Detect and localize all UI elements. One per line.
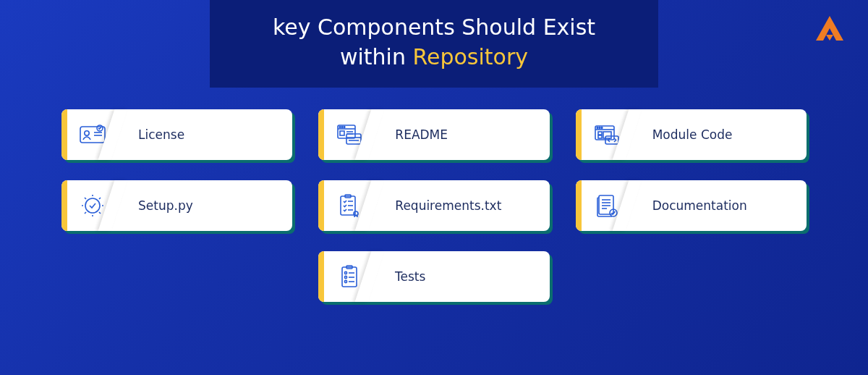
card-accent-stripe: [318, 180, 324, 231]
card-accent-stripe: [576, 180, 582, 231]
svg-point-44: [344, 280, 346, 282]
card-module-code: Module Code: [576, 109, 807, 160]
card-accent-stripe: [576, 109, 582, 160]
card-label: Module Code: [632, 109, 807, 160]
card-label: Tests: [375, 251, 550, 302]
card-accent-stripe: [318, 109, 324, 160]
svg-point-9: [344, 127, 345, 128]
svg-point-19: [599, 127, 600, 129]
svg-point-25: [85, 198, 100, 213]
brand-logo: [813, 14, 846, 46]
module-code-icon: [582, 109, 632, 160]
svg-rect-22: [598, 135, 602, 138]
svg-point-8: [341, 127, 343, 128]
card-label: License: [118, 109, 292, 160]
title-line2-accent: Repository: [413, 44, 529, 69]
card-label: Documentation: [632, 180, 807, 231]
card-setup: Setup.py: [61, 180, 292, 231]
svg-point-20: [601, 127, 603, 129]
svg-point-1: [85, 131, 89, 135]
svg-rect-32: [599, 195, 613, 214]
svg-rect-10: [340, 131, 344, 135]
diagram-title: key Components Should Exist within Repos…: [210, 0, 658, 88]
card-license: License: [61, 109, 292, 160]
svg-point-7: [339, 127, 341, 128]
license-icon: [67, 109, 118, 160]
card-label: Requirements.txt: [375, 180, 549, 231]
card-accent-stripe: [61, 109, 67, 160]
card-tests: Tests: [318, 251, 550, 302]
cards-row-1: License README: [61, 109, 807, 160]
tests-icon: [324, 251, 375, 302]
requirements-icon: [324, 180, 375, 231]
svg-rect-23: [603, 132, 611, 138]
svg-point-40: [344, 271, 346, 274]
card-documentation: Documentation: [576, 180, 807, 231]
cards-row-2: Setup.py Requirements.txt: [61, 180, 807, 231]
card-requirements: Requirements.txt: [318, 180, 549, 231]
title-line2-prefix: within: [340, 44, 413, 69]
card-accent-stripe: [61, 180, 67, 231]
cards-grid: License README: [61, 109, 807, 302]
card-label: Setup.py: [118, 180, 292, 231]
svg-point-18: [597, 127, 598, 129]
card-label: README: [375, 109, 549, 160]
card-accent-stripe: [318, 251, 324, 302]
setup-icon: [67, 180, 118, 231]
cards-row-3: Tests: [61, 251, 807, 302]
svg-rect-13: [346, 134, 361, 144]
svg-rect-0: [80, 127, 105, 143]
svg-rect-21: [598, 132, 602, 135]
svg-point-42: [344, 276, 346, 278]
card-readme: README: [318, 109, 549, 160]
title-line1: key Components Should Exist: [239, 13, 629, 43]
readme-icon: [324, 109, 375, 160]
title-line2: within Repository: [239, 43, 629, 72]
documentation-icon: [582, 180, 632, 231]
